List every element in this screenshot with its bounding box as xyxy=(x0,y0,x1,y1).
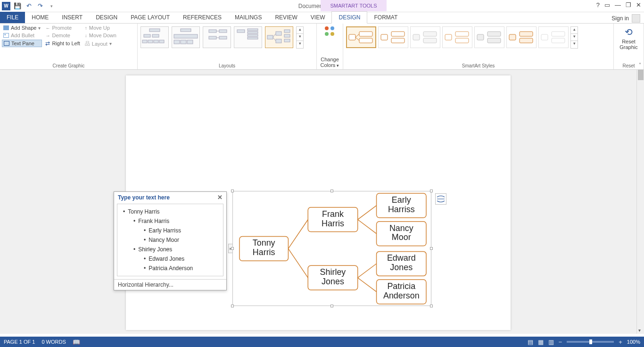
change-colors-button[interactable]: Change Colors ▾ xyxy=(319,57,341,68)
zoom-in-icon[interactable]: + xyxy=(619,339,622,346)
layouts-scroll-up[interactable]: ▴ xyxy=(297,27,303,34)
tab-mailings[interactable]: MAILINGS xyxy=(228,12,268,23)
text-pane-footer[interactable]: Horizontal Hierarchy... xyxy=(114,279,226,290)
save-icon[interactable]: 💾 xyxy=(13,2,22,10)
text-pane-item[interactable]: Tonny Harris xyxy=(119,207,221,216)
tab-page-layout[interactable]: PAGE LAYOUT xyxy=(124,12,176,23)
style-thumb-5[interactable] xyxy=(474,26,504,48)
text-pane-body[interactable]: Tonny HarrisFrank HarrisEarly HarrissNan… xyxy=(117,204,223,276)
tab-smartart-format[interactable]: FORMAT xyxy=(367,12,404,23)
node-g1-line2[interactable]: Harriss xyxy=(388,205,415,214)
undo-icon[interactable]: ↶ xyxy=(25,2,33,10)
node-g2-line2[interactable]: Moor xyxy=(392,233,411,242)
node-g2-line1[interactable]: Nancy xyxy=(389,223,413,233)
node-root-line2[interactable]: Harris xyxy=(253,248,275,257)
style-thumb-3[interactable] xyxy=(410,26,440,48)
node-g1-line1[interactable]: Early xyxy=(392,195,411,205)
view-print-layout-icon[interactable]: ▤ xyxy=(528,339,533,346)
promote-button[interactable]: ←Promote xyxy=(44,25,81,31)
reset-graphic-button[interactable]: ⟲ Reset Graphic xyxy=(616,26,642,50)
svg-rect-32 xyxy=(359,32,372,36)
svg-rect-23 xyxy=(267,35,273,39)
layout-button[interactable]: 品Layout▾ xyxy=(83,40,118,48)
node-g4-line1[interactable]: Patricia xyxy=(387,281,415,291)
node-g3-line1[interactable]: Edward xyxy=(387,253,416,263)
layout-thumb-3[interactable] xyxy=(203,26,231,48)
tab-review[interactable]: REVIEW xyxy=(268,12,304,23)
layout-thumb-4[interactable] xyxy=(234,26,262,48)
move-up-button[interactable]: ↑Move Up xyxy=(83,25,118,31)
style-thumb-4[interactable] xyxy=(442,26,472,48)
restore-icon[interactable]: ❐ xyxy=(626,1,631,8)
smartart-canvas[interactable]: ▸ Tonny Harris Frank Harris Shirley xyxy=(232,191,431,306)
move-down-button[interactable]: ↓Move Down xyxy=(83,32,118,39)
scroll-thumb[interactable] xyxy=(638,70,644,80)
style-thumb-1-selected[interactable] xyxy=(346,26,376,48)
close-icon[interactable]: ✕ xyxy=(636,1,641,8)
tab-view[interactable]: VIEW xyxy=(304,12,332,23)
layouts-scroll-down[interactable]: ▾ xyxy=(297,34,303,41)
tab-design[interactable]: DESIGN xyxy=(89,12,124,23)
help-icon[interactable]: ? xyxy=(596,1,600,8)
svg-rect-52 xyxy=(552,32,565,36)
zoom-level[interactable]: 100% xyxy=(627,339,640,345)
node-g3-line2[interactable]: Jones xyxy=(390,263,413,272)
zoom-slider[interactable] xyxy=(567,341,614,343)
tab-home[interactable]: HOME xyxy=(25,12,55,23)
node-c1-line1[interactable]: Frank xyxy=(322,209,344,219)
node-c2-line2[interactable]: Jones xyxy=(322,277,344,286)
tab-insert[interactable]: INSERT xyxy=(55,12,89,23)
layout-thumb-1[interactable] xyxy=(140,26,169,48)
view-read-mode-icon[interactable]: ▦ xyxy=(538,339,544,346)
vertical-scrollbar[interactable]: ▴ ▾ xyxy=(636,70,644,334)
status-words[interactable]: 0 WORDS xyxy=(41,339,66,345)
svg-rect-45 xyxy=(477,34,484,40)
style-thumb-7[interactable] xyxy=(538,26,569,48)
right-to-left-button[interactable]: ⇄Right to Left xyxy=(44,40,81,47)
text-pane-item[interactable]: Frank Harris xyxy=(119,216,221,226)
change-colors-icon[interactable] xyxy=(324,25,336,38)
text-pane-item[interactable]: Edward Jones xyxy=(119,254,221,264)
text-pane-item[interactable]: Early Harriss xyxy=(119,226,221,235)
node-root-line1[interactable]: Tonny xyxy=(253,238,275,248)
ribbon-tabs: FILE HOME INSERT DESIGN PAGE LAYOUT REFE… xyxy=(0,12,644,24)
ribbon-display-icon[interactable]: ▭ xyxy=(604,1,610,8)
qat-dropdown-icon[interactable]: ▾ xyxy=(47,2,56,10)
layout-thumb-2[interactable] xyxy=(172,26,200,48)
text-pane-item[interactable]: Nancy Moor xyxy=(119,235,221,245)
layouts-scroll: ▴ ▾ ▾ xyxy=(296,26,304,49)
text-pane-item[interactable]: Patricia Anderson xyxy=(119,264,221,273)
text-pane-close-icon[interactable]: ✕ xyxy=(217,194,223,201)
group-reset-label: Reset xyxy=(616,62,642,68)
demote-button[interactable]: →Demote xyxy=(44,32,81,39)
style-thumb-6[interactable] xyxy=(506,26,537,48)
redo-icon[interactable]: ↷ xyxy=(36,2,44,10)
add-shape-button[interactable]: Add Shape▾ xyxy=(2,25,42,31)
zoom-out-icon[interactable]: − xyxy=(559,339,562,346)
layout-thumb-5-selected[interactable] xyxy=(265,26,293,48)
add-bullet-button[interactable]: Add Bullet xyxy=(2,32,42,39)
layouts-scroll-more[interactable]: ▾ xyxy=(297,41,303,48)
tab-file[interactable]: FILE xyxy=(0,12,25,23)
minimize-icon[interactable]: — xyxy=(615,1,621,8)
scroll-down-icon[interactable]: ▾ xyxy=(638,328,641,333)
view-web-layout-icon[interactable]: ▥ xyxy=(548,339,554,346)
styles-scroll-down[interactable]: ▾ xyxy=(571,34,578,41)
text-pane-button[interactable]: Text Pane xyxy=(2,40,42,47)
sign-in[interactable]: Sign in xyxy=(611,14,640,23)
style-thumb-2[interactable] xyxy=(378,26,408,48)
styles-scroll-more[interactable]: ▾ xyxy=(571,41,578,48)
status-page[interactable]: PAGE 1 OF 1 xyxy=(4,339,35,345)
layout-options-button[interactable] xyxy=(435,193,446,205)
node-g4-line2[interactable]: Anderson xyxy=(383,291,420,300)
node-c2-line1[interactable]: Shirley xyxy=(320,267,346,277)
tab-smartart-design[interactable]: DESIGN xyxy=(331,11,367,24)
styles-scroll-up[interactable]: ▴ xyxy=(571,27,578,34)
tab-references[interactable]: REFERENCES xyxy=(176,12,228,23)
spellcheck-icon[interactable]: 📖 xyxy=(73,339,80,346)
node-c1-line2[interactable]: Harris xyxy=(322,219,344,228)
word-app-icon[interactable]: W xyxy=(2,2,10,10)
text-pane-item[interactable]: Shirley Jones xyxy=(119,245,221,254)
text-pane-window[interactable]: Type your text here ✕ Tonny HarrisFrank … xyxy=(114,191,227,290)
collapse-ribbon-icon[interactable]: ˄ xyxy=(639,62,641,67)
